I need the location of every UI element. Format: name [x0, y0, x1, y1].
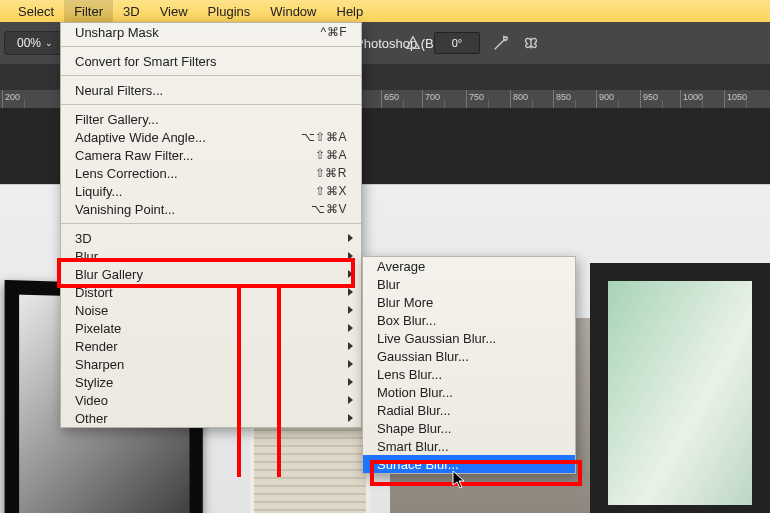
- ruler-tick: 700: [422, 90, 425, 108]
- filter-menu-item[interactable]: Stylize: [61, 373, 361, 391]
- filter-menu-item[interactable]: Render: [61, 337, 361, 355]
- menu-item-label: Motion Blur...: [377, 385, 453, 400]
- menu-item-label: Unsharp Mask: [75, 25, 159, 40]
- blur-menu-item[interactable]: Surface Blur...: [363, 455, 575, 473]
- menu-item-label: Video: [75, 393, 108, 408]
- ruler-tick-minor: [575, 100, 578, 108]
- ruler-tick-minor: [662, 100, 665, 108]
- menubar-item-view[interactable]: View: [150, 0, 198, 22]
- ruler-tick-minor: [403, 100, 406, 108]
- filter-menu-item[interactable]: Filter Gallery...: [61, 110, 361, 128]
- menu-item-shortcut: ⌥⌘V: [311, 202, 347, 216]
- mac-menubar: SelectFilter3DViewPluginsWindowHelp: [0, 0, 770, 22]
- filter-menu-item[interactable]: Sharpen: [61, 355, 361, 373]
- ruler-tick: 900: [596, 90, 599, 108]
- ruler-label: 750: [469, 92, 484, 102]
- filter-menu: Unsharp Mask^⌘FConvert for Smart Filters…: [60, 22, 362, 428]
- menu-item-shortcut: ⇧⌘R: [315, 166, 347, 180]
- blur-menu-item[interactable]: Smart Blur...: [363, 437, 575, 455]
- blur-menu-item[interactable]: Live Gaussian Blur...: [363, 329, 575, 347]
- filter-menu-item[interactable]: Adaptive Wide Angle...⌥⇧⌘A: [61, 128, 361, 146]
- blur-menu-item[interactable]: Lens Blur...: [363, 365, 575, 383]
- butterfly-icon[interactable]: [522, 34, 540, 52]
- ruler-tick-minor: [746, 100, 749, 108]
- menu-item-label: Stylize: [75, 375, 113, 390]
- menu-item-label: Neural Filters...: [75, 83, 163, 98]
- filter-menu-item[interactable]: Noise: [61, 301, 361, 319]
- filter-menu-item[interactable]: Liquify...⇧⌘X: [61, 182, 361, 200]
- rotation-field[interactable]: 0°: [434, 32, 480, 54]
- ruler-tick: 200: [2, 90, 5, 108]
- blur-menu-item[interactable]: Blur More: [363, 293, 575, 311]
- blur-menu-item[interactable]: Shape Blur...: [363, 419, 575, 437]
- menu-item-label: Distort: [75, 285, 113, 300]
- ruler-label: 950: [643, 92, 658, 102]
- menubar-item-plugins[interactable]: Plugins: [198, 0, 261, 22]
- menu-item-label: Live Gaussian Blur...: [377, 331, 496, 346]
- ruler-label: 200: [5, 92, 20, 102]
- ruler-label: 1050: [727, 92, 747, 102]
- menu-separator: [61, 104, 361, 105]
- blur-submenu: AverageBlurBlur MoreBox Blur...Live Gaus…: [362, 256, 576, 474]
- menu-item-label: 3D: [75, 231, 92, 246]
- blur-menu-item[interactable]: Motion Blur...: [363, 383, 575, 401]
- ruler-tick: 650: [381, 90, 384, 108]
- filter-menu-item[interactable]: Neural Filters...: [61, 81, 361, 99]
- ruler-tick: 800: [510, 90, 513, 108]
- triangle-icon[interactable]: [404, 34, 422, 52]
- filter-menu-item[interactable]: Vanishing Point...⌥⌘V: [61, 200, 361, 218]
- blur-menu-item[interactable]: Box Blur...: [363, 311, 575, 329]
- menubar-item-help[interactable]: Help: [327, 0, 374, 22]
- filter-menu-item[interactable]: Distort: [61, 283, 361, 301]
- menu-item-label: Sharpen: [75, 357, 124, 372]
- mouse-cursor-icon: [452, 470, 466, 490]
- blur-menu-item[interactable]: Average: [363, 257, 575, 275]
- menu-item-shortcut: ⌥⇧⌘A: [301, 130, 347, 144]
- menu-item-label: Camera Raw Filter...: [75, 148, 193, 163]
- filter-menu-item[interactable]: Pixelate: [61, 319, 361, 337]
- filter-menu-item[interactable]: Other: [61, 409, 361, 427]
- wand-icon[interactable]: [492, 34, 510, 52]
- ruler-label: 650: [384, 92, 399, 102]
- menu-item-label: Gaussian Blur...: [377, 349, 469, 364]
- menubar-item-3d[interactable]: 3D: [113, 0, 150, 22]
- ruler-label: 1000: [683, 92, 703, 102]
- blur-menu-item[interactable]: Blur: [363, 275, 575, 293]
- ruler-label: 700: [425, 92, 440, 102]
- menu-item-label: Radial Blur...: [377, 403, 451, 418]
- photo-window: [590, 263, 770, 513]
- menubar-item-filter[interactable]: Filter: [64, 0, 113, 22]
- filter-menu-item[interactable]: Unsharp Mask^⌘F: [61, 23, 361, 41]
- menu-item-label: Render: [75, 339, 118, 354]
- toolbar-right-cluster: 0°: [404, 32, 540, 54]
- menubar-item-window[interactable]: Window: [260, 0, 326, 22]
- menu-item-label: Blur Gallery: [75, 267, 143, 282]
- ruler-tick: 850: [553, 90, 556, 108]
- filter-menu-item[interactable]: Blur: [61, 247, 361, 265]
- menu-item-shortcut: ⇧⌘X: [315, 184, 347, 198]
- menu-item-label: Adaptive Wide Angle...: [75, 130, 206, 145]
- ruler-label: 850: [556, 92, 571, 102]
- menu-item-label: Lens Blur...: [377, 367, 442, 382]
- menu-item-shortcut: ^⌘F: [321, 25, 347, 39]
- filter-menu-item[interactable]: Convert for Smart Filters: [61, 52, 361, 70]
- menu-item-label: Blur: [377, 277, 400, 292]
- ruler-tick-minor: [618, 100, 621, 108]
- menu-item-label: Average: [377, 259, 425, 274]
- menubar-item-select[interactable]: Select: [8, 0, 64, 22]
- menu-item-label: Filter Gallery...: [75, 112, 159, 127]
- filter-menu-item[interactable]: Blur Gallery: [61, 265, 361, 283]
- filter-menu-item[interactable]: 3D: [61, 229, 361, 247]
- ruler-tick-minor: [24, 100, 27, 108]
- blur-menu-item[interactable]: Gaussian Blur...: [363, 347, 575, 365]
- menu-item-shortcut: ⇧⌘A: [315, 148, 347, 162]
- menu-separator: [61, 223, 361, 224]
- blur-menu-item[interactable]: Radial Blur...: [363, 401, 575, 419]
- ruler-tick: 750: [466, 90, 469, 108]
- filter-menu-item[interactable]: Camera Raw Filter...⇧⌘A: [61, 146, 361, 164]
- filter-menu-item[interactable]: Video: [61, 391, 361, 409]
- filter-menu-item[interactable]: Lens Correction...⇧⌘R: [61, 164, 361, 182]
- ruler-tick: 950: [640, 90, 643, 108]
- ruler-label: 800: [513, 92, 528, 102]
- ruler-label: 900: [599, 92, 614, 102]
